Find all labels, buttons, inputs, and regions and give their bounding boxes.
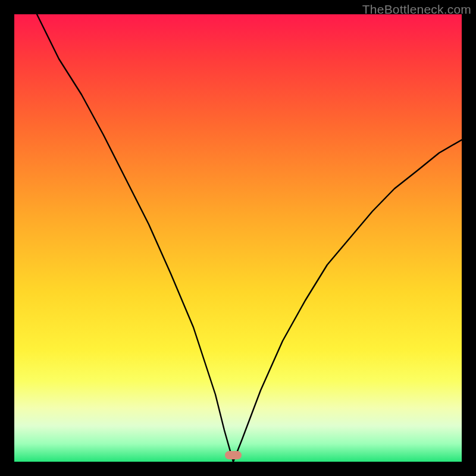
plot-area: [14, 14, 462, 462]
chart-frame: TheBottleneck.com: [0, 0, 476, 476]
bottleneck-curve: [14, 14, 462, 462]
watermark-text: TheBottleneck.com: [362, 2, 471, 17]
optimal-marker: [225, 451, 242, 459]
curve-path: [37, 14, 462, 462]
